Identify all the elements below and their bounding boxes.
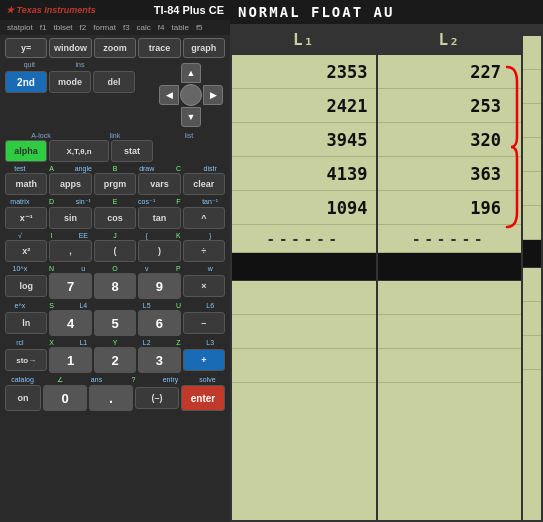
- l1-cell-1: 2353: [232, 55, 376, 89]
- row5-keys: x⁻¹ sin cos tan ^: [5, 207, 225, 229]
- l3-empty-7: [523, 268, 541, 302]
- row8-keys: ln 4 5 6 –: [5, 310, 225, 336]
- cos-button[interactable]: cos: [94, 207, 136, 229]
- l6-label: L6: [195, 302, 225, 309]
- l3-column: [523, 26, 541, 520]
- calc-label: calc: [134, 22, 154, 33]
- zoom-button[interactable]: zoom: [94, 38, 136, 58]
- blank-label: [106, 61, 155, 68]
- neg-button[interactable]: (–): [135, 387, 179, 409]
- ln-button[interactable]: ln: [5, 312, 47, 334]
- dpad-left-button[interactable]: ◀: [159, 85, 179, 105]
- tblset-label: tblset: [50, 22, 75, 33]
- 5-button[interactable]: 5: [94, 310, 136, 336]
- math-button[interactable]: math: [5, 173, 47, 195]
- lbrace-label: {: [132, 232, 162, 239]
- del-button[interactable]: del: [93, 71, 135, 93]
- j-label: J: [100, 232, 130, 239]
- row10-above-labels: catalog ∠ ans ? entry solve: [5, 376, 225, 384]
- trace-button[interactable]: trace: [138, 38, 180, 58]
- list-table: L₁ 2353 2421 3945 4139 1094 ------ L₂ 22…: [230, 24, 543, 522]
- on-button[interactable]: on: [5, 385, 41, 411]
- 3-button[interactable]: 3: [138, 347, 180, 373]
- 0-button[interactable]: 0: [43, 385, 87, 411]
- clear-button[interactable]: clear: [183, 173, 225, 195]
- e-label: E: [100, 198, 130, 206]
- lparen-button[interactable]: (: [94, 240, 136, 262]
- row10-wrapper: catalog ∠ ans ? entry solve on 0 . (–) e…: [5, 376, 225, 411]
- list-label: list: [153, 132, 225, 139]
- p-label: P: [164, 265, 194, 272]
- k-label: K: [164, 232, 194, 239]
- 4-button[interactable]: 4: [49, 310, 91, 336]
- caret-button[interactable]: ^: [183, 207, 225, 229]
- alpha-button[interactable]: alpha: [5, 140, 47, 162]
- decimal-button[interactable]: .: [89, 385, 133, 411]
- multiply-button[interactable]: ×: [183, 275, 225, 297]
- divide-button[interactable]: ÷: [183, 240, 225, 262]
- l1-empty-3: [232, 349, 376, 383]
- solve-label: solve: [190, 376, 225, 384]
- distr-label: distr: [195, 165, 225, 172]
- l2-empty-2: [378, 315, 522, 349]
- 9-button[interactable]: 9: [138, 273, 180, 299]
- x-inv-button[interactable]: x⁻¹: [5, 207, 47, 229]
- l3-empty-1: [523, 36, 541, 70]
- row5-wrapper: matrix D sin⁻¹ E cos⁻¹ F tan⁻¹ x⁻¹ sin c…: [5, 198, 225, 229]
- dpad-center-button[interactable]: [180, 84, 202, 106]
- rparen-button[interactable]: ): [138, 240, 180, 262]
- l3-empty-3: [523, 104, 541, 138]
- dpad-down-button[interactable]: ▼: [181, 107, 201, 127]
- screen-panel: NORMAL FLOAT AU L₁ 2353 2421 3945 4139 1…: [230, 0, 543, 522]
- minus-button[interactable]: –: [183, 312, 225, 334]
- q-label: ?: [116, 376, 151, 384]
- l3-empty-9: [523, 336, 541, 370]
- apps-button[interactable]: apps: [49, 173, 91, 195]
- f-label: F: [164, 198, 194, 206]
- graph-button[interactable]: graph: [183, 38, 225, 58]
- f4-label: f4: [155, 22, 168, 33]
- sto-button[interactable]: sto→: [5, 349, 47, 371]
- plus-button[interactable]: +: [183, 349, 225, 371]
- stat-button[interactable]: stat: [111, 140, 153, 162]
- 2-button[interactable]: 2: [94, 347, 136, 373]
- l3-empty-6: [523, 206, 541, 240]
- 7-button[interactable]: 7: [49, 273, 91, 299]
- a-label: A: [37, 165, 67, 172]
- vars-button[interactable]: vars: [138, 173, 180, 195]
- window-button[interactable]: window: [49, 38, 91, 58]
- xtthetan-button[interactable]: X,T,θ,n: [49, 140, 109, 162]
- link-label: link: [79, 132, 151, 139]
- dpad-right-button[interactable]: ▶: [203, 85, 223, 105]
- tan-button[interactable]: tan: [138, 207, 180, 229]
- o-label: O: [100, 265, 130, 272]
- row6-wrapper: √ I EE J { K } x² , ( ) ÷: [5, 232, 225, 262]
- row6-above-labels: √ I EE J { K }: [5, 232, 225, 239]
- l1-cell-2: 2421: [232, 89, 376, 123]
- c-label: C: [164, 165, 194, 172]
- f5-label: f5: [193, 22, 206, 33]
- l1-empty-2: [232, 315, 376, 349]
- row6-keys: x² , ( ) ÷: [5, 240, 225, 262]
- l2-cell-2: 253: [378, 89, 522, 123]
- statplot-label: statplot: [4, 22, 36, 33]
- entry-label: entry: [153, 376, 188, 384]
- 8-button[interactable]: 8: [94, 273, 136, 299]
- dpad-up-button[interactable]: ▲: [181, 63, 201, 83]
- enter-button[interactable]: enter: [181, 385, 225, 411]
- 6-button[interactable]: 6: [138, 310, 180, 336]
- l2-empty-1: [378, 281, 522, 315]
- l3-empty-5: [523, 172, 541, 206]
- row4-wrapper: test A angle B draw C distr math apps pr…: [5, 165, 225, 195]
- row10-keys: on 0 . (–) enter: [5, 385, 225, 411]
- l1-cell-4: 4139: [232, 157, 376, 191]
- 1-button[interactable]: 1: [49, 347, 91, 373]
- sin-button[interactable]: sin: [49, 207, 91, 229]
- x-squared-button[interactable]: x²: [5, 240, 47, 262]
- comma-button[interactable]: ,: [49, 240, 91, 262]
- log-button[interactable]: log: [5, 275, 47, 297]
- y-equals-button[interactable]: y=: [5, 38, 47, 58]
- prgm-button[interactable]: prgm: [94, 173, 136, 195]
- mode-button[interactable]: mode: [49, 71, 91, 93]
- 2nd-button[interactable]: 2nd: [5, 71, 47, 93]
